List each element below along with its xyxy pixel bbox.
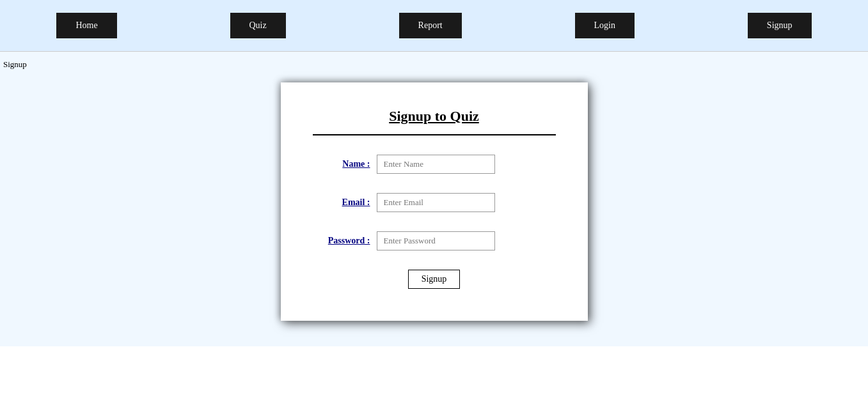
breadcrumb-area: Signup <box>0 52 868 76</box>
title-divider <box>313 134 556 135</box>
signup-card: Signup to Quiz Name : Email : Password :… <box>281 82 588 321</box>
name-input[interactable] <box>377 155 495 174</box>
email-form-group: Email : <box>313 193 556 212</box>
form-title: Signup to Quiz <box>313 108 556 125</box>
nav-signup-button[interactable]: Signup <box>748 13 812 38</box>
name-label: Name : <box>313 159 370 169</box>
navbar: Home Quiz Report Login Signup <box>0 0 868 52</box>
email-label: Email : <box>313 197 370 208</box>
signup-submit-button[interactable]: Signup <box>408 270 461 289</box>
page-content: Signup to Quiz Name : Email : Password :… <box>0 76 868 346</box>
breadcrumb: Signup <box>3 59 27 69</box>
nav-home-button[interactable]: Home <box>56 13 116 38</box>
password-form-group: Password : <box>313 231 556 250</box>
name-form-group: Name : <box>313 155 556 174</box>
password-input[interactable] <box>377 231 495 250</box>
submit-area: Signup <box>313 270 556 289</box>
nav-quiz-button[interactable]: Quiz <box>230 13 286 38</box>
nav-login-button[interactable]: Login <box>575 13 635 38</box>
nav-report-button[interactable]: Report <box>399 13 462 38</box>
password-label: Password : <box>313 236 370 246</box>
email-input[interactable] <box>377 193 495 212</box>
